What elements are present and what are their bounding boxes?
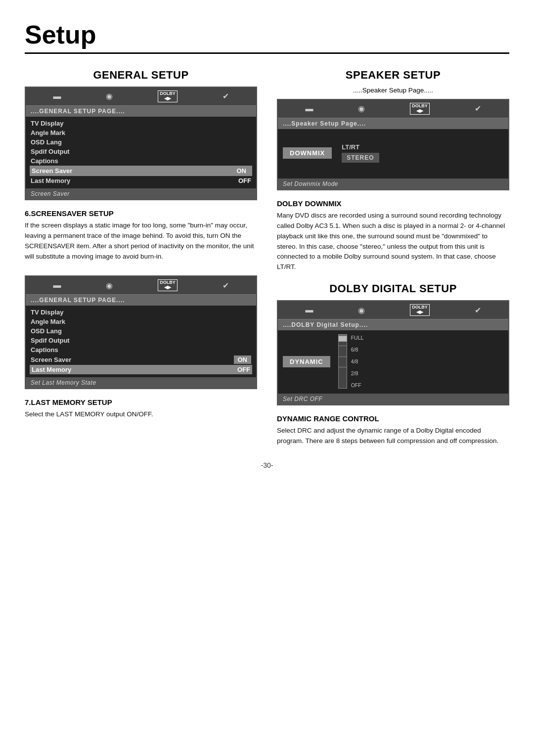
speaker-setup-title: SPEAKER SETUP [277,69,509,82]
dolby-digital-osd-topbar: ▬ ◉ DOLBY◀▶ ✔ [278,301,508,319]
speaker-osd-status-bar: Set Downmix Mode [278,178,508,189]
dynamic-box: DYNAMIC [283,356,330,367]
dolby-digital-title: DOLBY DIGITAL SETUP [277,282,509,295]
right-column: SPEAKER SETUP .....Speaker Setup Page...… [277,69,509,446]
osd1-status-bar: Screen Saver [26,188,256,199]
page-number: -30- [25,461,509,469]
osd2-row-angle-mark: Angle Mark [31,317,251,326]
osd2-label-tv-display: TV Display [31,309,63,316]
dolby-digital-osd-status-bar: Set DRC OFF [278,394,508,404]
general-setup-title: GENERAL SETUP [25,69,257,82]
osd2-label-angle-mark: Angle Mark [31,318,65,325]
drc-osd-content: DYNAMIC FULL 6/8 4 [278,330,508,394]
osd1-title-bar: ....GENERAL SETUP PAGE.... [26,106,256,117]
osd1-row-osd-lang: OSD Lang [31,137,251,147]
dolby-digital-osd-icon-disc: ▬ [305,306,313,314]
osd2-row-captions: Captions [31,345,251,355]
osd2-row-last-memory: Last Memory OFF [30,365,252,374]
osd2-label-captions: Captions [31,346,58,354]
speaker-osd-icon-circle: ◉ [358,104,365,113]
osd1-label-screen-saver: Screen Saver [32,167,72,175]
osd1-label-last-memory: Last Memory [31,177,70,184]
osd2-icon-circle: ◉ [106,281,113,290]
stereo-box: STEREO [342,153,379,163]
dolby-digital-section: DOLBY DIGITAL SETUP ▬ ◉ DOLBY◀▶ ✔ ....DO… [277,282,509,446]
speaker-setup-osd: ▬ ◉ DOLBY◀▶ ✔ ....Speaker Setup Page....… [277,99,509,190]
osd1-icon-disc: ▬ [53,92,61,101]
osd2-row-osd-lang: OSD Lang [31,326,251,336]
dolby-digital-osd: ▬ ◉ DOLBY◀▶ ✔ ....DOLBY Digital Setup...… [277,300,509,405]
osd2-row-spdif: Spdif Output [31,336,251,345]
drc-slider-thumb [338,336,347,342]
speaker-setup-subtitle: .....Speaker Setup Page..... [277,87,509,94]
osd2-icon-disc: ▬ [53,281,61,290]
speaker-osd-content: DOWNMIX LT/RT STEREO [278,129,508,178]
osd1-label-angle-mark: Angle Mark [31,129,65,136]
osd2-label-osd-lang: OSD Lang [31,327,62,335]
last-memory-body: Select the LAST MEMORY output ON/OFF. [25,409,257,420]
drc-body: Select DRC and adjust the dynamic range … [277,426,509,446]
osd2-icon-check: ✔ [222,281,229,290]
speaker-osd-dolby-badge: DOLBY◀▶ [410,103,430,115]
drc-slider-container: FULL 6/8 4/8 2/8 OFF [338,334,364,389]
osd1-menu-items: TV Display Angle Mark OSD Lang Spdif Out… [26,117,256,188]
screensaver-title: 6.SCREENSAVER SETUP [25,209,257,218]
speaker-osd-title-bar: ....Speaker Setup Page.... [278,118,508,129]
speaker-osd-icon-disc: ▬ [305,104,313,113]
osd1-value-last-memory: OFF [238,177,251,184]
osd2-dolby-badge: DOLBY◀▶ [158,279,178,291]
osd2-row-screen-saver: Screen Saver ON [31,355,251,365]
osd2-label-screen-saver: Screen Saver [31,356,71,363]
drc-slider-track [338,334,347,389]
dolby-digital-osd-title-bar: ....DOLBY Digital Setup.... [278,319,508,330]
drc-label-full: FULL [351,335,364,341]
osd2-status-bar: Set Last Memory State [26,377,256,388]
dolby-downmix-title: DOLBY DOWNMIX [277,199,509,208]
osd1-label-captions: Captions [31,157,58,165]
last-memory-title: 7.LAST MEMORY SETUP [25,398,257,406]
dolby-digital-osd-dolby-badge: DOLBY◀▶ [410,304,430,316]
osd1-icon-check: ✔ [222,91,229,101]
osd2-row-tv-display: TV Display [31,308,251,317]
ltrt-label: LT/RT [342,143,379,151]
drc-label-off: OFF [351,383,364,388]
osd1-row-last-memory: Last Memory OFF [31,176,251,185]
osd2-menu-items: TV Display Angle Mark OSD Lang Spdif Out… [26,306,256,377]
general-setup-osd1: ▬ ◉ DOLBY◀▶ ✔ ....GENERAL SETUP PAGE....… [25,87,257,200]
osd1-icon-circle: ◉ [106,91,113,101]
osd2-label-spdif: Spdif Output [31,337,70,344]
osd1-row-angle-mark: Angle Mark [31,128,251,137]
osd1-dolby-badge: DOLBY◀▶ [158,90,178,102]
osd1-label-spdif: Spdif Output [31,148,70,155]
ltrt-section: LT/RT STEREO [342,143,379,163]
osd2-title-bar: ....GENERAL SETUP PAGE.... [26,295,256,306]
drc-label-6-8: 6/8 [351,347,364,353]
drc-label-2-8: 2/8 [351,371,364,376]
osd1-topbar: ▬ ◉ DOLBY◀▶ ✔ [26,88,256,106]
drc-label-4-8: 4/8 [351,359,364,364]
osd1-label-osd-lang: OSD Lang [31,138,62,146]
osd1-row-tv-display: TV Display [31,119,251,128]
osd2-topbar: ▬ ◉ DOLBY◀▶ ✔ [26,276,256,295]
page-title: Setup [25,20,509,54]
drc-labels: FULL 6/8 4/8 2/8 OFF [351,334,364,389]
drc-title: DYNAMIC RANGE CONTROL [277,414,509,423]
speaker-osd-icon-check: ✔ [475,104,481,113]
screensaver-body: If the screen displays a static image fo… [25,221,257,262]
general-setup-osd2: ▬ ◉ DOLBY◀▶ ✔ ....GENERAL SETUP PAGE....… [25,275,257,389]
osd2-value-screen-saver: ON [234,356,252,364]
osd1-label-tv-display: TV Display [31,120,63,127]
dolby-digital-osd-icon-circle: ◉ [358,306,365,315]
osd1-row-screen-saver: Screen Saver ON [30,166,252,176]
dolby-downmix-body: Many DVD discs are recorded using a surr… [277,211,509,273]
dolby-digital-osd-icon-check: ✔ [475,306,481,315]
osd1-row-captions: Captions [31,156,251,166]
osd2-value-last-memory: OFF [237,366,250,373]
downmix-box: DOWNMIX [283,147,332,159]
speaker-osd-topbar: ▬ ◉ DOLBY◀▶ ✔ [278,100,508,118]
osd1-value-screen-saver: ON [233,167,251,175]
osd2-label-last-memory: Last Memory [32,366,71,373]
osd1-row-spdif: Spdif Output [31,147,251,156]
left-column: GENERAL SETUP ▬ ◉ DOLBY◀▶ ✔ ....GENERAL … [25,69,257,446]
